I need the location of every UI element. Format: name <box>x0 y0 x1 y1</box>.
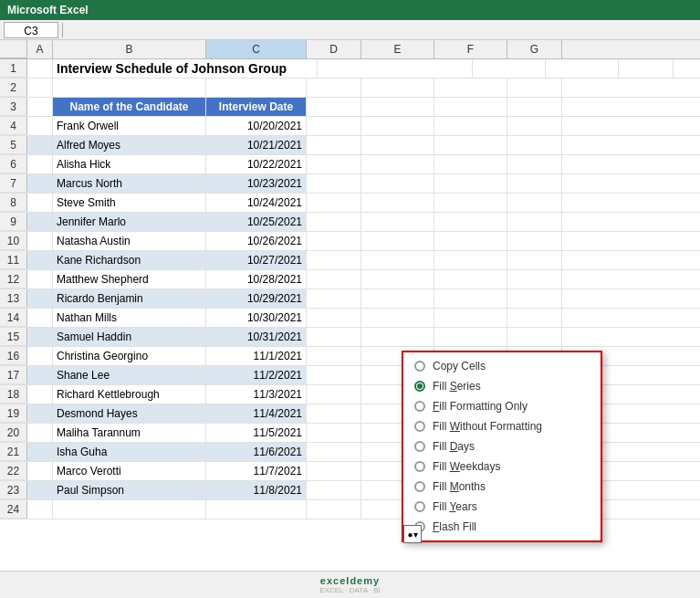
cell-a8[interactable] <box>27 194 53 212</box>
cell-f1[interactable] <box>546 59 619 78</box>
name-box[interactable]: C3 <box>4 22 58 38</box>
cell-c21[interactable]: 11/6/2021 <box>206 443 307 461</box>
cell-a22[interactable] <box>27 462 53 480</box>
cell-b4[interactable]: Frank Orwell <box>53 117 206 135</box>
cell-b21[interactable]: Isha Guha <box>53 443 206 461</box>
cell-b5[interactable]: Alfred Moyes <box>53 136 206 154</box>
cell-g15[interactable] <box>507 328 562 346</box>
cell-d9[interactable] <box>307 213 361 231</box>
cell-d1[interactable] <box>418 59 473 78</box>
cell-c14[interactable]: 10/30/2021 <box>206 309 307 327</box>
cell-c9[interactable]: 10/25/2021 <box>206 213 307 231</box>
menu-item-5[interactable]: Fill Weekdays <box>403 456 601 477</box>
cell-d22[interactable] <box>307 462 361 480</box>
cell-e1[interactable] <box>473 59 546 78</box>
cell-g7[interactable] <box>507 174 562 193</box>
cell-g4[interactable] <box>507 117 562 135</box>
cell-d13[interactable] <box>307 289 361 308</box>
cell-e6[interactable] <box>361 155 434 173</box>
cell-b1[interactable]: Interview Schedule of Johnson Group <box>53 59 318 78</box>
cell-e4[interactable] <box>361 117 434 135</box>
cell-c10[interactable]: 10/26/2021 <box>206 232 307 250</box>
cell-f12[interactable] <box>434 270 507 289</box>
cell-a4[interactable] <box>27 117 53 135</box>
cell-b9[interactable]: Jennifer Marlo <box>53 213 206 231</box>
col-header-e[interactable]: E <box>361 40 434 58</box>
cell-g1[interactable] <box>619 59 674 78</box>
cell-a24[interactable] <box>27 500 53 519</box>
cell-e12[interactable] <box>361 270 434 289</box>
cell-a6[interactable] <box>27 155 53 173</box>
cell-d15[interactable] <box>307 328 361 346</box>
cell-a11[interactable] <box>27 251 53 269</box>
cell-a15[interactable] <box>27 328 53 346</box>
cell-a21[interactable] <box>27 443 53 461</box>
cell-f11[interactable] <box>434 251 507 269</box>
cell-c8[interactable]: 10/24/2021 <box>206 194 307 212</box>
cell-a18[interactable] <box>27 385 53 404</box>
cell-d19[interactable] <box>307 404 361 423</box>
menu-item-3[interactable]: Fill Without Formatting <box>403 416 601 436</box>
col-header-f[interactable]: F <box>434 40 507 58</box>
cell-d24[interactable] <box>307 500 361 519</box>
cell-a5[interactable] <box>27 136 53 154</box>
cell-c11[interactable]: 10/27/2021 <box>206 251 307 269</box>
cell-e10[interactable] <box>361 232 434 250</box>
cell-a16[interactable] <box>27 347 53 365</box>
cell-c7[interactable]: 10/23/2021 <box>206 174 307 193</box>
cell-b10[interactable]: Natasha Austin <box>53 232 206 250</box>
cell-e14[interactable] <box>361 309 434 327</box>
menu-item-7[interactable]: Fill Years <box>403 497 601 517</box>
cell-d20[interactable] <box>307 424 361 442</box>
cell-e3[interactable] <box>361 98 434 116</box>
cell-b8[interactable]: Steve Smith <box>53 194 206 212</box>
cell-d16[interactable] <box>307 347 361 365</box>
cell-f15[interactable] <box>434 328 507 346</box>
col-header-a[interactable]: A <box>27 40 53 58</box>
menu-item-0[interactable]: Copy Cells <box>403 356 601 376</box>
cell-b23[interactable]: Paul Simpson <box>53 481 206 499</box>
cell-a7[interactable] <box>27 174 53 193</box>
cell-b11[interactable]: Kane Richardson <box>53 251 206 269</box>
menu-item-8[interactable]: Flash Fill <box>403 517 601 537</box>
cell-g5[interactable] <box>507 136 562 154</box>
cell-a3[interactable] <box>27 98 53 116</box>
cell-a1[interactable] <box>27 59 53 78</box>
cell-b12[interactable]: Matthew Shepherd <box>53 270 206 289</box>
cell-d4[interactable] <box>307 117 361 135</box>
cell-b3-header[interactable]: Name of the Candidate <box>53 98 206 116</box>
cell-a10[interactable] <box>27 232 53 250</box>
cell-g3[interactable] <box>507 98 562 116</box>
cell-f6[interactable] <box>434 155 507 173</box>
cell-b16[interactable]: Christina Georgino <box>53 347 206 365</box>
cell-a13[interactable] <box>27 289 53 308</box>
cell-d12[interactable] <box>307 270 361 289</box>
cell-g12[interactable] <box>507 270 562 289</box>
cell-a19[interactable] <box>27 404 53 423</box>
cell-e8[interactable] <box>361 194 434 212</box>
cell-c6[interactable]: 10/22/2021 <box>206 155 307 173</box>
cell-a12[interactable] <box>27 270 53 289</box>
cell-c20[interactable]: 11/5/2021 <box>206 424 307 442</box>
cell-f8[interactable] <box>434 194 507 212</box>
cell-c24[interactable] <box>206 500 307 519</box>
cell-d11[interactable] <box>307 251 361 269</box>
autofill-button[interactable]: ●▾ <box>403 525 422 543</box>
cell-e13[interactable] <box>361 289 434 308</box>
cell-b15[interactable]: Samuel Haddin <box>53 328 206 346</box>
cell-b2[interactable] <box>53 79 206 97</box>
cell-d6[interactable] <box>307 155 361 173</box>
cell-d2[interactable] <box>307 79 361 97</box>
cell-c22[interactable]: 11/7/2021 <box>206 462 307 480</box>
cell-d7[interactable] <box>307 174 361 193</box>
cell-b6[interactable]: Alisha Hick <box>53 155 206 173</box>
cell-d8[interactable] <box>307 194 361 212</box>
cell-b20[interactable]: Maliha Tarannum <box>53 424 206 442</box>
cell-c18[interactable]: 11/3/2021 <box>206 385 307 404</box>
menu-item-6[interactable]: Fill Months <box>403 477 601 497</box>
cell-f9[interactable] <box>434 213 507 231</box>
cell-b24[interactable] <box>53 500 206 519</box>
cell-d5[interactable] <box>307 136 361 154</box>
col-header-d[interactable]: D <box>307 40 361 58</box>
cell-b17[interactable]: Shane Lee <box>53 366 206 384</box>
